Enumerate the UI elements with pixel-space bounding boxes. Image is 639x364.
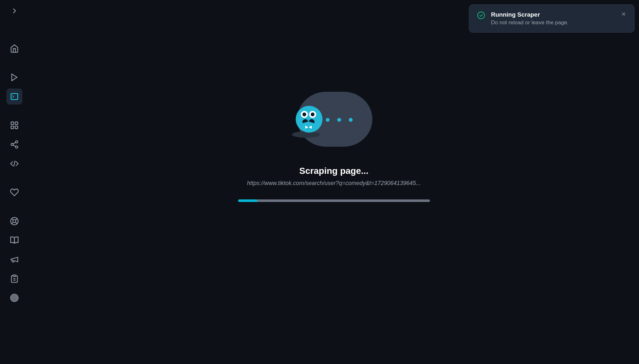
svg-rect-3 xyxy=(15,122,18,125)
sidebar-item-home[interactable] xyxy=(6,41,22,57)
sidebar-item-share[interactable] xyxy=(6,136,22,152)
close-icon xyxy=(621,11,627,17)
svg-point-8 xyxy=(16,146,18,148)
svg-rect-5 xyxy=(15,126,18,128)
progress-fill xyxy=(238,199,257,202)
home-icon xyxy=(10,44,19,53)
svg-line-15 xyxy=(15,222,17,224)
toast-notification: Running Scraper Do not reload or leave t… xyxy=(469,4,635,33)
terminal-icon xyxy=(10,92,19,101)
svg-point-13 xyxy=(13,220,16,222)
grid-icon xyxy=(10,121,19,130)
clipboard-icon xyxy=(10,274,19,283)
sidebar-toggle[interactable] xyxy=(10,6,19,17)
status-title: Scraping page... xyxy=(299,166,368,176)
main-content: Scraping page... https://www.tiktok.com/… xyxy=(29,0,639,364)
toast-close-button[interactable] xyxy=(621,11,627,17)
sidebar-item-apps[interactable] xyxy=(6,117,22,133)
svg-marker-0 xyxy=(12,74,17,81)
sidebar xyxy=(0,0,29,364)
svg-line-17 xyxy=(12,222,13,224)
share-icon xyxy=(10,140,19,149)
svg-rect-18 xyxy=(13,275,16,276)
svg-rect-2 xyxy=(11,122,14,125)
svg-point-21 xyxy=(14,298,15,298)
sidebar-item-favorites[interactable] xyxy=(6,184,22,200)
svg-line-16 xyxy=(15,219,17,220)
sidebar-item-help[interactable] xyxy=(6,213,22,229)
sidebar-item-docs[interactable] xyxy=(6,232,22,248)
sidebar-item-clipboard[interactable] xyxy=(6,271,22,287)
svg-line-14 xyxy=(12,219,13,220)
svg-point-7 xyxy=(11,143,13,146)
book-icon xyxy=(10,236,19,245)
svg-line-9 xyxy=(13,145,16,147)
svg-line-10 xyxy=(13,143,16,144)
heart-icon xyxy=(10,188,19,197)
svg-line-11 xyxy=(14,161,15,167)
sidebar-item-announce[interactable] xyxy=(6,252,22,267)
svg-rect-1 xyxy=(11,94,18,100)
sidebar-item-status[interactable] xyxy=(6,290,22,306)
progress-bar xyxy=(238,199,430,202)
svg-point-22 xyxy=(478,12,485,19)
lifebuoy-icon xyxy=(10,217,19,226)
chevron-right-icon xyxy=(10,6,19,15)
svg-point-6 xyxy=(16,141,18,143)
loading-illustration xyxy=(296,92,372,147)
sidebar-item-code[interactable] xyxy=(6,156,22,172)
toast-description: Do not reload or leave the page. xyxy=(491,19,615,26)
signal-icon xyxy=(10,293,19,302)
play-icon xyxy=(10,73,19,82)
code-icon xyxy=(10,159,19,168)
status-url: https://www.tiktok.com/search/user?q=com… xyxy=(247,180,421,187)
megaphone-icon xyxy=(10,255,19,264)
success-icon xyxy=(477,11,485,19)
sidebar-item-terminal[interactable] xyxy=(6,89,22,105)
svg-rect-4 xyxy=(11,126,14,128)
sidebar-item-play[interactable] xyxy=(6,69,22,85)
toast-title: Running Scraper xyxy=(491,11,615,18)
